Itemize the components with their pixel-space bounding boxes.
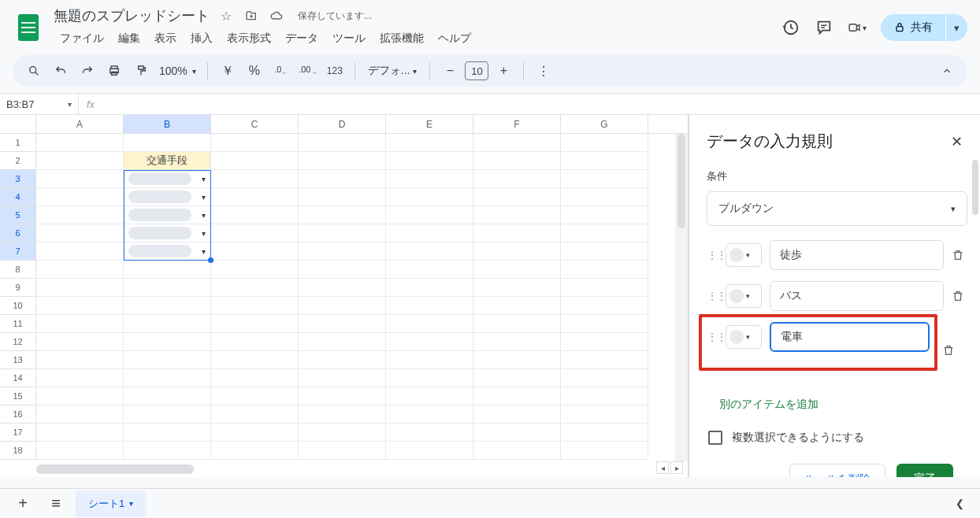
cell[interactable] (299, 369, 386, 387)
option-color-chip[interactable]: ▾ (726, 325, 762, 349)
cell[interactable] (386, 315, 473, 333)
cell[interactable] (211, 224, 299, 242)
decrease-decimal-icon[interactable]: .0← (269, 59, 293, 83)
cell[interactable] (211, 134, 299, 152)
option-color-chip[interactable]: ▾ (726, 284, 762, 308)
row-header-10[interactable]: 10 (0, 297, 36, 315)
cell[interactable] (211, 297, 299, 315)
row-header-14[interactable]: 14 (0, 369, 36, 387)
cell[interactable] (386, 297, 473, 315)
cell[interactable] (211, 315, 299, 333)
cell[interactable] (473, 351, 561, 369)
cell[interactable] (211, 442, 299, 460)
row-header-2[interactable]: 2 (0, 152, 36, 170)
col-header-B[interactable]: B (124, 115, 211, 133)
cell[interactable] (36, 188, 124, 206)
cell[interactable] (386, 387, 473, 405)
cell[interactable] (386, 188, 473, 206)
option-color-chip[interactable]: ▾ (726, 243, 762, 267)
row-header-11[interactable]: 11 (0, 315, 36, 333)
cell[interactable] (124, 297, 211, 315)
row-header-9[interactable]: 9 (0, 279, 36, 297)
cell[interactable] (386, 206, 473, 224)
menu-data[interactable]: データ (279, 28, 325, 49)
cell[interactable] (211, 188, 299, 206)
cell[interactable] (299, 315, 386, 333)
cell[interactable] (124, 351, 211, 369)
name-box[interactable]: B3:B7 ▾ (0, 94, 79, 114)
cell[interactable] (211, 387, 299, 405)
add-item-link[interactable]: 別のアイテムを追加 (707, 390, 831, 420)
cell[interactable]: ▾ (124, 170, 211, 188)
cell[interactable] (299, 261, 386, 279)
meet-icon[interactable]: ▾ (848, 18, 867, 37)
print-icon[interactable] (102, 59, 126, 83)
cell[interactable] (211, 242, 299, 261)
cell[interactable] (561, 152, 648, 170)
search-icon[interactable] (22, 59, 46, 83)
cell[interactable] (473, 134, 561, 152)
done-button[interactable]: 完了 (896, 464, 953, 477)
drag-handle-icon[interactable]: ⋮⋮ (707, 290, 718, 302)
col-header-D[interactable]: D (299, 115, 386, 133)
cell[interactable] (124, 134, 211, 152)
cell[interactable] (561, 333, 648, 351)
menu-file[interactable]: ファイル (54, 28, 110, 49)
menu-format[interactable]: 表示形式 (221, 28, 277, 49)
cell[interactable] (386, 224, 473, 242)
sheet-tab[interactable]: シート1 ▾ (76, 490, 146, 517)
cell[interactable] (36, 224, 124, 242)
formula-input[interactable] (102, 94, 980, 114)
cell[interactable] (299, 242, 386, 261)
menu-insert[interactable]: 挿入 (184, 28, 219, 49)
number-format-icon[interactable]: 123 (323, 59, 347, 83)
cell[interactable] (473, 369, 561, 387)
move-icon[interactable] (244, 9, 258, 23)
cell[interactable] (473, 242, 561, 261)
cell[interactable] (36, 442, 124, 460)
cell[interactable] (473, 442, 561, 460)
spreadsheet-grid[interactable]: ABCDEFG 123456789101112131415161718 交通手段… (0, 115, 689, 477)
cell[interactable] (561, 279, 648, 297)
cell[interactable] (124, 261, 211, 279)
cell[interactable] (386, 242, 473, 261)
cell[interactable] (561, 170, 648, 188)
cell[interactable] (124, 405, 211, 424)
cell[interactable] (211, 333, 299, 351)
cell[interactable] (473, 261, 561, 279)
row-header-7[interactable]: 7 (0, 242, 36, 261)
col-header-C[interactable]: C (211, 115, 299, 133)
delete-option-icon[interactable] (942, 344, 958, 357)
expand-sidebar-icon[interactable]: ❮ (948, 493, 971, 515)
vertical-scrollbar[interactable] (675, 134, 688, 461)
cell[interactable] (473, 152, 561, 170)
row-header-4[interactable]: 4 (0, 188, 36, 206)
cell[interactable] (561, 261, 648, 279)
cell[interactable] (124, 315, 211, 333)
cell[interactable] (473, 206, 561, 224)
cell[interactable] (36, 387, 124, 405)
cell[interactable] (36, 297, 124, 315)
select-all-corner[interactable] (0, 115, 36, 133)
cell[interactable] (473, 297, 561, 315)
cell[interactable] (561, 297, 648, 315)
collapse-toolbar-icon[interactable] (936, 60, 958, 82)
cell[interactable] (36, 152, 124, 170)
row-header-16[interactable]: 16 (0, 405, 36, 424)
cell[interactable] (299, 188, 386, 206)
cell[interactable] (211, 405, 299, 424)
star-icon[interactable]: ☆ (219, 9, 233, 23)
col-header-E[interactable]: E (386, 115, 473, 133)
cell[interactable] (299, 206, 386, 224)
cell[interactable] (386, 134, 473, 152)
cell[interactable] (386, 333, 473, 351)
share-caret[interactable]: ▾ (946, 14, 967, 41)
row-header-3[interactable]: 3 (0, 170, 36, 188)
cell[interactable] (473, 224, 561, 242)
cell[interactable] (36, 134, 124, 152)
row-header-8[interactable]: 8 (0, 261, 36, 279)
redo-icon[interactable] (76, 59, 99, 83)
cell[interactable] (473, 170, 561, 188)
cell[interactable] (211, 170, 299, 188)
cell[interactable] (299, 442, 386, 460)
